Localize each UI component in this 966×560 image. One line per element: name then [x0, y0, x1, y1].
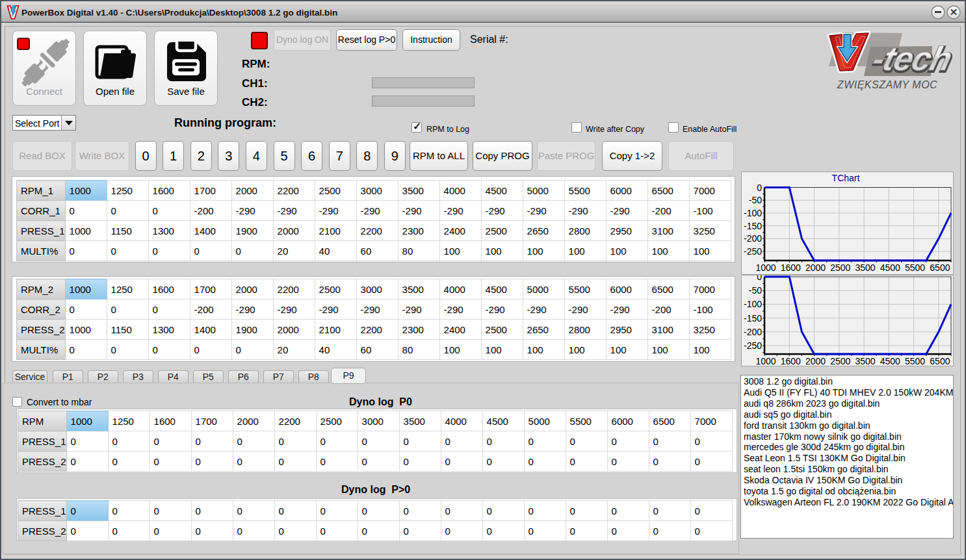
svg-text:-100: -100 [744, 299, 762, 309]
svg-text:2000: 2000 [805, 262, 826, 273]
svg-text:4500: 4500 [880, 356, 900, 366]
svg-text:6500: 6500 [930, 356, 950, 366]
svg-text:4500: 4500 [880, 262, 900, 273]
svg-text:3500: 3500 [855, 356, 876, 366]
svg-text:6500: 6500 [930, 262, 950, 273]
svg-text:TChart: TChart [832, 173, 860, 183]
svg-text:2500: 2500 [830, 356, 850, 366]
svg-text:-150: -150 [744, 221, 762, 231]
svg-text:-tech: -tech [868, 40, 956, 77]
svg-text:-250: -250 [744, 340, 762, 351]
svg-text:0: 0 [757, 275, 762, 282]
svg-text:1000: 1000 [755, 262, 776, 273]
svg-text:-100: -100 [744, 208, 762, 218]
svg-text:0: 0 [757, 183, 762, 193]
svg-text:2500: 2500 [830, 262, 850, 273]
svg-text:5500: 5500 [905, 356, 925, 366]
svg-text:5500: 5500 [905, 262, 925, 273]
svg-text:2000: 2000 [805, 356, 826, 366]
svg-text:-250: -250 [744, 246, 762, 257]
svg-text:1600: 1600 [781, 262, 801, 273]
svg-text:1600: 1600 [781, 356, 801, 366]
svg-text:1000: 1000 [755, 356, 776, 366]
svg-text:-200: -200 [744, 327, 762, 337]
svg-text:-200: -200 [744, 233, 762, 244]
svg-text:-50: -50 [749, 195, 762, 205]
svg-text:3500: 3500 [855, 262, 876, 273]
svg-text:-150: -150 [744, 313, 762, 324]
svg-text:-50: -50 [749, 285, 762, 296]
